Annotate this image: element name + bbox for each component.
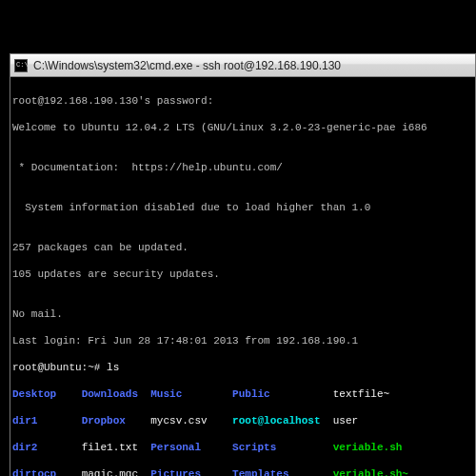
line-welcome: Welcome to Ubuntu 12.04.2 LTS (GNU/Linux… xyxy=(12,121,473,134)
dir-templates: Templates xyxy=(232,468,288,476)
dir-dirtocp: dirtocp xyxy=(12,468,56,476)
terminal-window: C:\Windows\system32\cmd.exe - ssh root@1… xyxy=(10,53,476,476)
title-cmd: ssh root@192.168.190.130 xyxy=(203,59,341,72)
line-nomail: No mail. xyxy=(12,307,473,321)
line-sysinfo: System information disabled due to load … xyxy=(12,201,473,214)
file-veriable-sh-tilde: veriable.sh~ xyxy=(333,468,408,476)
terminal-body[interactable]: root@192.168.190.130's password: Welcome… xyxy=(10,77,475,476)
file-textfile-tilde: textfile~ xyxy=(333,388,389,400)
dir-personal: Personal xyxy=(150,442,201,453)
dir-dir2: dir2 xyxy=(12,442,37,453)
dir-desktop: Desktop xyxy=(12,388,56,400)
ls-row-4: dirtocp magic.mgc Pictures Templates ver… xyxy=(12,467,473,476)
ls-row-3: dir2 file1.txt Personal Scripts veriable… xyxy=(12,441,473,454)
dir-dir1: dir1 xyxy=(12,415,37,426)
line-pkg1: 257 packages can be updated. xyxy=(12,241,473,254)
ls-row-2: dir1 Dropbox mycsv.csv root@localhost us… xyxy=(12,414,473,427)
cmd-ls: ls xyxy=(107,362,119,373)
line-password-prompt: root@192.168.190.130's password: xyxy=(12,94,473,108)
file-veriable-sh: veriable.sh xyxy=(333,442,403,453)
prompt-home: root@Ubuntu:~# xyxy=(12,362,107,373)
dir-downloads: Downloads xyxy=(82,388,138,400)
line-documentation: * Documentation: https://help.ubuntu.com… xyxy=(12,161,473,174)
line-lastlogin: Last login: Fri Jun 28 17:48:01 2013 fro… xyxy=(12,334,473,347)
dir-scripts: Scripts xyxy=(232,442,276,453)
file-user: user xyxy=(333,415,358,426)
title-sep: - xyxy=(192,59,203,72)
title-path: C:\Windows\system32\cmd.exe xyxy=(33,59,192,72)
file-file1: file1.txt xyxy=(82,442,138,453)
window-titlebar[interactable]: C:\Windows\system32\cmd.exe - ssh root@1… xyxy=(10,54,475,77)
dir-music: Music xyxy=(150,388,182,400)
cmd-icon xyxy=(14,59,28,72)
file-mycsv: mycsv.csv xyxy=(150,415,207,426)
window-title: C:\Windows\system32\cmd.exe - ssh root@1… xyxy=(33,59,341,72)
line-pkg2: 105 updates are security updates. xyxy=(12,268,473,281)
line-ls-home: root@Ubuntu:~# ls xyxy=(12,361,473,374)
dir-pictures: Pictures xyxy=(150,468,201,476)
dir-dropbox: Dropbox xyxy=(82,415,126,426)
link-root-localhost: root@localhost xyxy=(232,415,320,426)
dir-public: Public xyxy=(232,388,270,400)
ls-row-1: Desktop Downloads Music Public textfile~ xyxy=(12,387,473,401)
file-magic: magic.mgc xyxy=(82,468,138,476)
